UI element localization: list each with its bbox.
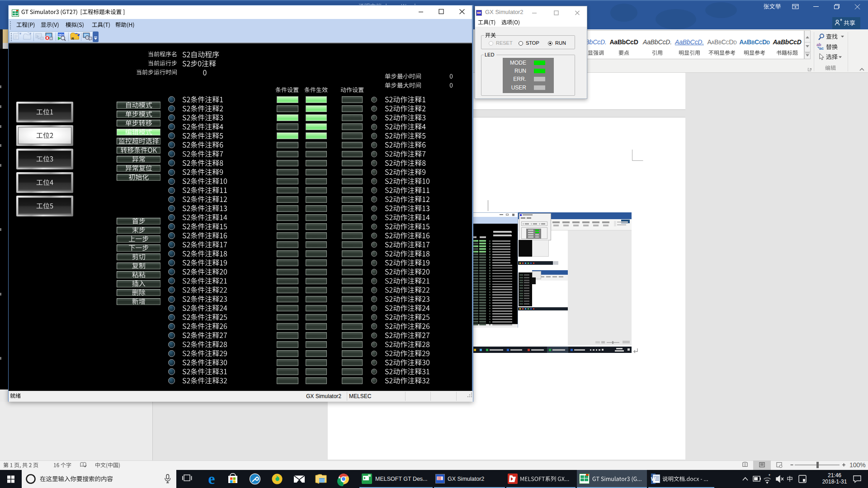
svg-text:DEV: DEV [58,33,64,36]
svg-text:*: * [769,474,770,479]
svg-text:W: W [651,476,656,482]
svg-text:R: R [71,37,74,41]
